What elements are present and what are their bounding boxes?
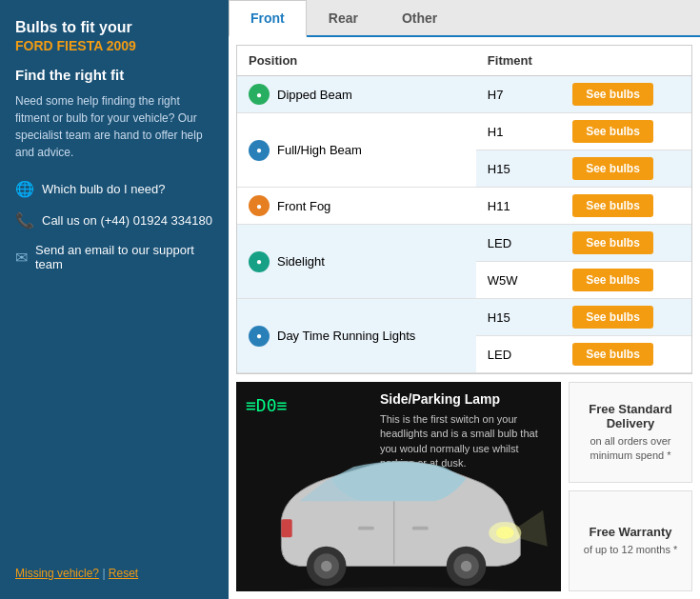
see-bulbs-button[interactable]: See bulbs: [572, 83, 653, 106]
see-bulbs-button[interactable]: See bulbs: [572, 194, 653, 217]
position-cell: ●Dipped Beam: [237, 76, 476, 113]
position-cell: ●Sidelight: [237, 225, 476, 299]
car-illustration: [236, 382, 561, 591]
fitment-cell: H11: [476, 188, 561, 225]
phone-icon: 📞: [15, 211, 34, 230]
warranty-panel: Free Warranty of up to 12 months *: [569, 490, 692, 591]
fitment-cell: H15: [476, 299, 561, 336]
see-bulbs-button[interactable]: See bulbs: [572, 269, 653, 291]
missing-vehicle-link[interactable]: Missing vehicle?: [15, 567, 99, 580]
svg-point-7: [321, 561, 331, 571]
action-cell: See bulbs: [561, 262, 691, 299]
see-bulbs-button[interactable]: See bulbs: [572, 120, 653, 143]
car-promo-panel: ≡D0≡ Side/Parking Lamp This is the first…: [236, 382, 561, 591]
action-cell: See bulbs: [561, 299, 691, 336]
action-cell: See bulbs: [561, 336, 691, 373]
table-row: ●Full/High BeamH1See bulbs: [237, 113, 691, 150]
bulb-position-icon: ●: [249, 84, 270, 105]
svg-rect-12: [412, 527, 429, 530]
delivery-title: Free Standard Delivery: [579, 402, 682, 430]
see-bulbs-button[interactable]: See bulbs: [572, 306, 653, 329]
position-label: Day Time Running Lights: [277, 329, 415, 343]
col-fitment: Fitment: [476, 46, 561, 76]
fitment-cell: H1: [476, 113, 561, 150]
svg-rect-4: [281, 519, 291, 537]
delivery-text: on all orders over minimum spend *: [579, 434, 682, 464]
tab-front[interactable]: Front: [229, 0, 307, 37]
sidebar-subtitle: Find the right fit: [15, 67, 213, 83]
svg-point-10: [461, 561, 471, 571]
sidebar-vehicle: FORD FIESTA 2009: [15, 38, 213, 53]
bulbs-table: Position Fitment ●Dipped BeamH7See bulbs…: [237, 46, 691, 373]
position-cell: ●Day Time Running Lights: [237, 299, 476, 373]
position-cell: ●Front Fog: [237, 188, 476, 225]
fitment-cell: H15: [476, 150, 561, 188]
action-cell: See bulbs: [561, 76, 691, 113]
sidebar-footer: Missing vehicle? | Reset: [15, 567, 213, 580]
table-row: ●Dipped BeamH7See bulbs: [237, 76, 691, 113]
email-icon: ✉: [15, 249, 28, 267]
fitment-cell: W5W: [476, 262, 561, 299]
sidebar: Bulbs to fit your FORD FIESTA 2009 Find …: [0, 0, 229, 599]
warranty-title: Free Warranty: [590, 525, 672, 539]
svg-rect-13: [358, 527, 374, 530]
col-position: Position: [237, 46, 476, 76]
col-action: [561, 46, 691, 76]
call-us-label: Call us on (+44) 01924 334180: [42, 213, 212, 228]
table-row: ●SidelightLEDSee bulbs: [237, 225, 691, 262]
main-content: Front Rear Other Position Fitment ●Dippe…: [229, 0, 700, 599]
action-cell: See bulbs: [561, 113, 691, 150]
table-row: ●Front FogH11See bulbs: [237, 188, 691, 225]
svg-point-2: [496, 527, 514, 539]
fitment-cell: LED: [476, 225, 561, 262]
position-label: Dipped Beam: [277, 88, 352, 102]
bulb-position-icon: ●: [249, 326, 270, 347]
delivery-panel: Free Standard Delivery on all orders ove…: [569, 382, 692, 483]
which-bulb-label: Which bulb do I need?: [42, 182, 165, 196]
bulbs-table-container: Position Fitment ●Dipped BeamH7See bulbs…: [236, 45, 692, 374]
tab-bar: Front Rear Other: [229, 0, 700, 37]
see-bulbs-button[interactable]: See bulbs: [572, 343, 653, 366]
position-cell: ●Full/High Beam: [237, 113, 476, 188]
tab-rear[interactable]: Rear: [307, 0, 380, 35]
position-label: Front Fog: [277, 199, 330, 213]
fitment-cell: H7: [476, 76, 561, 113]
email-link[interactable]: ✉ Send an email to our support team: [15, 243, 213, 271]
bulb-position-icon: ●: [249, 251, 270, 272]
fitment-cell: LED: [476, 336, 561, 373]
email-label: Send an email to our support team: [35, 243, 213, 271]
see-bulbs-button[interactable]: See bulbs: [572, 231, 653, 254]
action-cell: See bulbs: [561, 225, 691, 262]
see-bulbs-button[interactable]: See bulbs: [572, 157, 653, 180]
which-bulb-link[interactable]: 🌐 Which bulb do I need?: [15, 180, 213, 198]
svg-point-0: [268, 587, 530, 591]
action-cell: See bulbs: [561, 150, 691, 188]
tab-other[interactable]: Other: [380, 0, 459, 35]
position-label: Full/High Beam: [277, 143, 362, 157]
right-panels: Free Standard Delivery on all orders ove…: [569, 382, 692, 591]
globe-icon: 🌐: [15, 180, 34, 198]
bulb-position-icon: ●: [249, 140, 270, 161]
action-cell: See bulbs: [561, 188, 691, 225]
table-row: ●Day Time Running LightsH15See bulbs: [237, 299, 691, 336]
sidebar-title: Bulbs to fit your: [15, 19, 213, 36]
position-label: Sidelight: [277, 254, 325, 269]
bulb-position-icon: ●: [249, 195, 270, 216]
reset-link[interactable]: Reset: [109, 567, 138, 580]
sidebar-description: Need some help finding the right fitment…: [15, 92, 213, 161]
warranty-text: of up to 12 months *: [584, 543, 677, 557]
call-us-link[interactable]: 📞 Call us on (+44) 01924 334180: [15, 211, 213, 230]
bottom-section: ≡D0≡ Side/Parking Lamp This is the first…: [236, 382, 692, 591]
